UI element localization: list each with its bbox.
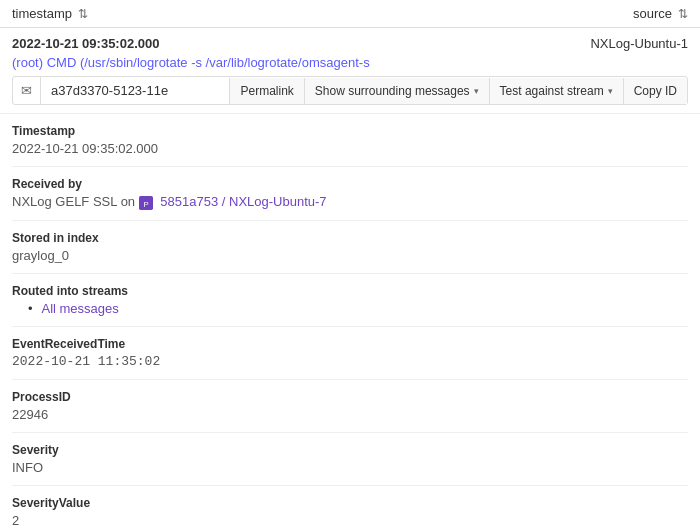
timestamp-field-value: 2022-10-21 09:35:02.000 bbox=[12, 141, 688, 156]
envelope-icon: ✉ bbox=[13, 77, 41, 104]
received-by-prefix: NXLog GELF SSL on bbox=[12, 194, 135, 209]
action-buttons: Permalink Show surrounding messages ▾ Te… bbox=[229, 78, 687, 104]
test-stream-button[interactable]: Test against stream ▾ bbox=[490, 78, 624, 104]
received-by-field: Received by NXLog GELF SSL on P 5851a753… bbox=[12, 167, 688, 221]
source-column-label: source bbox=[633, 6, 672, 21]
message-row: 2022-10-21 09:35:02.000 NXLog-Ubuntu-1 (… bbox=[0, 28, 700, 114]
process-id-value: 22946 bbox=[12, 407, 688, 422]
svg-text:P: P bbox=[143, 199, 148, 208]
received-by-link[interactable]: 5851a753 / NXLog-Ubuntu-7 bbox=[160, 194, 326, 209]
test-caret: ▾ bbox=[608, 86, 613, 96]
timestamp-sort-icon[interactable]: ⇅ bbox=[78, 7, 88, 21]
message-timestamp: 2022-10-21 09:35:02.000 bbox=[12, 36, 159, 51]
timestamp-field-label: Timestamp bbox=[12, 124, 688, 138]
message-id-row: ✉ a37d3370-5123-11e Permalink Show surro… bbox=[12, 76, 688, 105]
severity-field: Severity INFO bbox=[12, 433, 688, 486]
timestamp-header: timestamp ⇅ bbox=[12, 6, 88, 21]
severity-value-field: SeverityValue 2 bbox=[12, 486, 688, 527]
message-source: NXLog-Ubuntu-1 bbox=[590, 36, 688, 51]
permalink-button[interactable]: Permalink bbox=[230, 78, 304, 104]
severity-label: Severity bbox=[12, 443, 688, 457]
routed-streams-field: Routed into streams All messages bbox=[12, 274, 688, 327]
process-id-label: ProcessID bbox=[12, 390, 688, 404]
event-received-time-value: 2022-10-21 11:35:02 bbox=[12, 354, 688, 369]
process-id-field: ProcessID 22946 bbox=[12, 380, 688, 433]
streams-list: All messages bbox=[12, 301, 688, 316]
message-cmd: (root) CMD (/usr/sbin/logrotate -s /var/… bbox=[12, 55, 688, 70]
routed-streams-label: Routed into streams bbox=[12, 284, 688, 298]
severity-value-value: 2 bbox=[12, 513, 688, 527]
severity-value-label: SeverityValue bbox=[12, 496, 688, 510]
timestamp-field: Timestamp 2022-10-21 09:35:02.000 bbox=[12, 114, 688, 167]
stream-item: All messages bbox=[28, 301, 688, 316]
severity-value: INFO bbox=[12, 460, 688, 475]
received-by-icon: P bbox=[139, 196, 153, 210]
stored-in-index-field: Stored in index graylog_0 bbox=[12, 221, 688, 274]
received-by-label: Received by bbox=[12, 177, 688, 191]
message-meta: 2022-10-21 09:35:02.000 NXLog-Ubuntu-1 bbox=[12, 36, 688, 51]
message-id: a37d3370-5123-11e bbox=[41, 77, 229, 104]
surrounding-messages-button[interactable]: Show surrounding messages ▾ bbox=[305, 78, 490, 104]
surrounding-caret: ▾ bbox=[474, 86, 479, 96]
source-sort-icon[interactable]: ⇅ bbox=[678, 7, 688, 21]
event-received-time-label: EventReceivedTime bbox=[12, 337, 688, 351]
source-header: source ⇅ bbox=[633, 6, 688, 21]
event-received-time-field: EventReceivedTime 2022-10-21 11:35:02 bbox=[12, 327, 688, 380]
detail-section: Timestamp 2022-10-21 09:35:02.000 Receiv… bbox=[0, 114, 700, 527]
stored-in-index-label: Stored in index bbox=[12, 231, 688, 245]
received-by-value: NXLog GELF SSL on P 5851a753 / NXLog-Ubu… bbox=[12, 194, 688, 210]
stream-link[interactable]: All messages bbox=[41, 301, 118, 316]
stored-in-index-value: graylog_0 bbox=[12, 248, 688, 263]
copy-id-button[interactable]: Copy ID bbox=[624, 78, 687, 104]
table-header: timestamp ⇅ source ⇅ bbox=[0, 0, 700, 28]
timestamp-column-label: timestamp bbox=[12, 6, 72, 21]
